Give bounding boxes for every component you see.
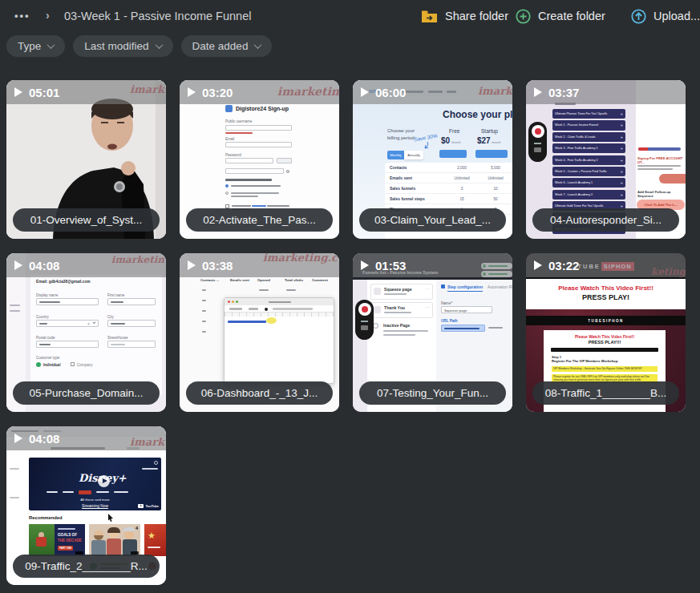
brand-bar [47,491,58,493]
duration-badge: 06:00 [353,80,512,104]
play-icon [188,87,196,97]
feature-row-cell: 50 [479,197,512,201]
video-title[interactable]: 07-Testing_Your_Fun... [359,381,506,405]
cell-bar [202,331,206,333]
textedit-window [224,297,334,384]
recording-widget [528,122,547,162]
tab-step-configuration: Step configuration [447,284,483,292]
step-title: Squeeze page [384,287,412,292]
video-card-04[interactable]: Ultimate Planner 'Done For You' UpsellsW… [526,80,686,239]
column-header: Contacts ... [200,278,219,282]
feature-row-cell: 2,000 [445,166,479,170]
url-text-bar [444,328,479,329]
play-icon [14,260,22,270]
field-label: Public username [225,119,253,123]
cell-bar [202,310,206,312]
duration-badge: 03:22 [526,253,686,277]
tab-automation-rules: Automation Ru [488,284,512,289]
duration-badge: 01:53 [353,253,512,277]
toolbar-item [229,308,242,310]
radio-unselected [225,192,229,195]
watch-now-bar [142,468,158,470]
create-folder-button[interactable]: Create folder [516,7,605,25]
form-heading: Digistore24 Sign-up [236,106,289,111]
video-title[interactable]: 05-Purchase_Domain... [13,381,160,405]
more-icon: … [425,304,430,309]
video-card-06[interactable]: imarketing.c Contacts ... Emails sent Op… [180,253,339,412]
video-title[interactable]: 02-Activate_The_Pas... [186,208,333,232]
video-card-05[interactable]: imarketin Email: gdb4cia38@gmail.com Dis… [6,253,166,412]
sidebar-item-bar [10,310,20,312]
module-row: Ultimate Planner 'Done For You' Upsells [552,109,625,119]
text-bar [637,165,681,167]
feature-row: Emails sentUnlimitedUnlimited [385,173,512,184]
field-label: Country [36,315,49,319]
video-card-08[interactable]: TUBE SIPHON keting Please Watch This Vid… [526,253,686,412]
thumb-text: GOALS OF [58,533,77,537]
radio-selected [225,184,229,188]
video-card-02[interactable]: imarketin Digistore24 Sign-up Public use… [180,80,339,239]
cursor-icon [107,514,114,522]
chevron-down-icon [92,321,95,324]
filter-type[interactable]: Type [6,35,65,57]
video-title[interactable]: 04-Autoresponder_Si... [532,208,679,232]
upload-button[interactable]: Upload... [631,7,700,25]
duration-badge: 04:08 [6,253,166,277]
grid-icon [534,147,541,152]
feature-row-cell: Contacts [390,165,445,170]
share-folder-icon [421,10,438,23]
breadcrumb[interactable]: 03-Week 1 - Passive Income Funnel [64,10,251,22]
terms-text [267,205,289,207]
video-title[interactable]: 08-Traffic_1________B... [532,381,679,405]
play-icon [14,87,22,97]
plan-cta-button [475,150,508,158]
value-bar [111,323,125,325]
share-folder-button[interactable]: Share folder [421,7,508,25]
feature-row: Contacts2,0005,000 [385,163,512,173]
thumb-text-bar [148,547,160,548]
option-company: Company [77,363,93,367]
video-card-07[interactable]: Funnels list › Passive Income System Squ… [353,253,512,412]
filter-last-modified[interactable]: Last modified [73,35,172,57]
tagline1: All these and more [29,498,161,502]
text-bar [637,168,673,170]
video-title[interactable]: 06-Dashboard_-_13_J... [186,381,333,405]
press-play-banner: Please Watch This Video First!! PRESS PL… [526,279,686,309]
filter-date-added[interactable]: Date added [181,35,273,57]
brand-bar [114,491,128,493]
overflow-menu-icon[interactable]: ••• [14,10,30,22]
thumb-chip: PART ONE [58,546,73,551]
grid-icon [361,325,368,330]
digistore-logo-icon [225,105,233,112]
signup-button [659,174,686,184]
video-title[interactable]: 09-Traffic_2________R... [13,555,160,578]
value-bar [39,301,60,303]
duration-badge: 04:08 [6,426,166,450]
step-title: Thank You [384,305,405,310]
inactive-icon [373,323,378,329]
upload-arrow-icon [631,9,646,24]
pricing-heading: Choose your pl [443,109,512,120]
street-field [107,341,156,348]
tab-icon [441,284,445,288]
banner-line2: PRESS PLAY! [526,293,686,301]
duration-label: 03:20 [202,86,233,99]
video-card-09[interactable]: imark Disney+ All these and more Streami… [6,426,166,585]
video-card-01[interactable]: imark 05:01 01-Overview_of_Syst... [6,80,166,239]
username-field [225,125,292,131]
close-icon [228,301,230,303]
logo-small: TUBESIPHON [588,319,624,323]
feature-row-cell: 3 [445,187,479,191]
field-label: Street/house [107,336,128,340]
channel4-logo: 4 [136,526,138,530]
video-title[interactable]: 03-Claim_Your_Lead_... [359,208,506,232]
video-thumb-star: ★ [144,524,166,556]
module-row: Week 3 - Free Traffic Academy 1 [552,143,625,153]
video-title[interactable]: 01-Overview_of_Syst... [13,208,160,232]
cell-bar [202,321,206,322]
terms-checkbox [225,204,229,208]
video-card-03[interactable]: one imark Choose your pl Choose your bil… [353,80,512,239]
minimize-icon [232,301,234,303]
page-icon [374,288,381,295]
url-field-highlighted [441,325,485,332]
